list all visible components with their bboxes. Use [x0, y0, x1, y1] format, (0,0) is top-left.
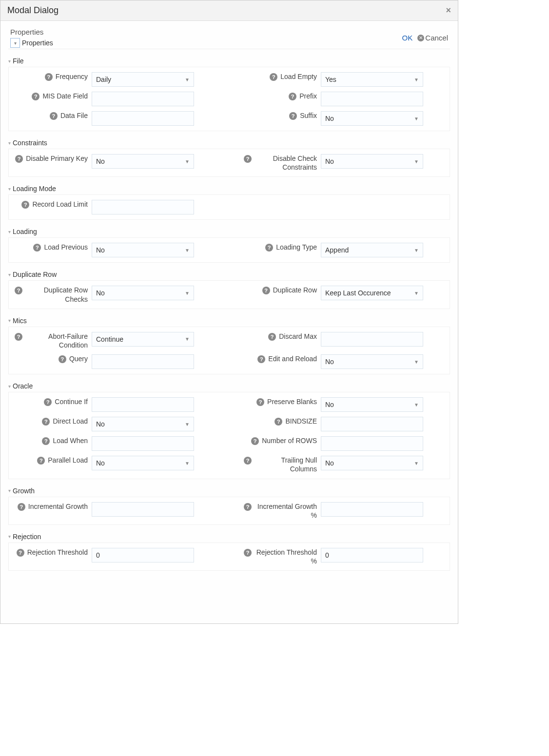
- section-constraints-header[interactable]: ▾ Constraints: [8, 137, 450, 149]
- help-icon[interactable]: ?: [37, 457, 45, 465]
- help-icon[interactable]: ?: [15, 155, 23, 163]
- data-file-input[interactable]: [92, 111, 194, 126]
- help-icon[interactable]: ?: [274, 418, 282, 426]
- help-icon[interactable]: ?: [42, 418, 50, 426]
- suffix-select[interactable]: No▼: [321, 111, 423, 126]
- incremental-growth-label: Incremental Growth: [28, 502, 88, 511]
- query-label: Query: [69, 354, 88, 363]
- help-icon[interactable]: ?: [265, 244, 273, 252]
- prefix-input[interactable]: [321, 92, 423, 106]
- continue-if-input[interactable]: [92, 397, 194, 412]
- help-icon[interactable]: ?: [15, 287, 22, 294]
- dup-row-select[interactable]: Keep Last Occurence▼: [321, 286, 423, 300]
- help-icon[interactable]: ?: [32, 93, 39, 100]
- rejection-threshold-label: Rejection Threshold: [27, 548, 88, 557]
- help-icon[interactable]: ?: [251, 437, 259, 445]
- bindsize-input[interactable]: [321, 417, 423, 431]
- dup-row-label: Duplicate Row: [273, 286, 317, 294]
- section-rejection-header[interactable]: ▾ Rejection: [8, 531, 450, 543]
- load-previous-select[interactable]: No▼: [92, 243, 194, 257]
- modal-dialog: Modal Dialog × Properties ▾ Properties O…: [0, 0, 458, 624]
- direct-load-label: Direct Load: [53, 417, 88, 426]
- chevron-down-icon: ▼: [414, 159, 419, 164]
- help-icon[interactable]: ?: [45, 73, 53, 81]
- help-icon[interactable]: ?: [244, 503, 252, 511]
- parallel-load-select[interactable]: No▼: [92, 456, 194, 470]
- rejection-threshold-input[interactable]: [92, 548, 194, 562]
- trailing-null-select[interactable]: No▼: [321, 456, 423, 470]
- cancel-label: Cancel: [425, 34, 448, 42]
- chevron-down-icon: ▼: [185, 159, 190, 164]
- close-icon[interactable]: ×: [446, 5, 451, 16]
- dialog-body-scroll[interactable]: Properties ▾ Properties OK ✕ Cancel: [0, 21, 458, 623]
- abort-failure-select[interactable]: Continue▼: [92, 332, 194, 347]
- mis-date-field-input[interactable]: [92, 92, 194, 106]
- help-icon[interactable]: ?: [244, 457, 252, 465]
- chevron-down-icon: ▾: [8, 140, 11, 146]
- rejection-threshold-pct-label: Rejection Threshold %: [255, 548, 317, 565]
- help-icon[interactable]: ?: [262, 287, 270, 294]
- chevron-down-icon: ▼: [414, 116, 419, 121]
- help-icon[interactable]: ?: [33, 244, 41, 252]
- dup-checks-select[interactable]: No▼: [92, 286, 194, 300]
- help-icon[interactable]: ?: [59, 355, 66, 363]
- ok-button[interactable]: OK: [402, 34, 413, 42]
- section-oracle-header[interactable]: ▾ Oracle: [8, 380, 450, 392]
- frequency-select[interactable]: Daily▼: [92, 72, 194, 87]
- cancel-button[interactable]: ✕ Cancel: [417, 34, 448, 42]
- section-loading-mode-title: Loading Mode: [13, 185, 56, 193]
- dialog-title: Modal Dialog: [7, 5, 59, 16]
- incremental-growth-pct-input[interactable]: [321, 502, 423, 517]
- num-rows-input[interactable]: [321, 436, 423, 451]
- help-icon[interactable]: ?: [256, 398, 264, 406]
- help-icon[interactable]: ?: [18, 503, 25, 511]
- rejection-threshold-pct-input[interactable]: [321, 548, 423, 562]
- chevron-down-icon: ▼: [414, 291, 419, 296]
- section-loading-header[interactable]: ▾ Loading: [8, 226, 450, 237]
- help-icon[interactable]: ?: [289, 93, 296, 100]
- edit-reload-select[interactable]: No▼: [321, 354, 423, 369]
- help-icon[interactable]: ?: [50, 112, 58, 120]
- help-icon[interactable]: ?: [257, 355, 265, 363]
- discard-max-input[interactable]: [321, 332, 423, 347]
- properties-header: Properties ▾ Properties OK ✕ Cancel: [8, 25, 450, 49]
- help-icon[interactable]: ?: [17, 549, 24, 557]
- mis-date-field-label: MIS Date Field: [42, 92, 88, 100]
- direct-load-select[interactable]: No▼: [92, 417, 194, 431]
- help-icon[interactable]: ?: [244, 155, 252, 163]
- section-rejection-title: Rejection: [13, 533, 41, 541]
- trailing-null-label: Trailing Null Columns: [255, 456, 317, 473]
- collapse-button[interactable]: ▾: [10, 38, 20, 48]
- query-input[interactable]: [92, 354, 194, 369]
- chevron-down-icon: ▼: [414, 461, 419, 466]
- record-load-limit-input[interactable]: [92, 200, 194, 214]
- disable-cc-select[interactable]: No▼: [321, 154, 423, 169]
- section-file: ▾ File ?Frequency Daily▼ ?Load Empty Yes…: [8, 55, 450, 131]
- section-growth-header[interactable]: ▾ Growth: [8, 485, 450, 497]
- help-icon[interactable]: ?: [270, 73, 277, 81]
- section-file-header[interactable]: ▾ File: [8, 55, 450, 67]
- help-icon[interactable]: ?: [244, 549, 252, 557]
- section-duplicate-row-header[interactable]: ▾ Duplicate Row: [8, 269, 450, 280]
- chevron-down-icon: ▼: [414, 248, 419, 253]
- disable-pk-select[interactable]: No▼: [92, 154, 194, 169]
- chevron-down-icon: ▼: [185, 336, 190, 342]
- help-icon[interactable]: ?: [268, 333, 276, 341]
- section-mics-header[interactable]: ▾ Mics: [8, 315, 450, 327]
- section-mics: ▾ Mics ?Abort-Failure Condition Continue…: [8, 315, 450, 374]
- load-empty-select[interactable]: Yes▼: [321, 72, 423, 87]
- chevron-down-icon: ▼: [414, 402, 419, 407]
- help-icon[interactable]: ?: [44, 398, 52, 406]
- section-loading-mode-header[interactable]: ▾ Loading Mode: [8, 183, 450, 194]
- incremental-growth-input[interactable]: [92, 502, 194, 517]
- prefix-label: Prefix: [299, 92, 317, 100]
- section-duplicate-row: ▾ Duplicate Row ?Duplicate Row Checks No…: [8, 269, 450, 309]
- help-icon[interactable]: ?: [42, 437, 50, 445]
- loading-type-select[interactable]: Append▼: [321, 243, 423, 257]
- load-when-input[interactable]: [92, 436, 194, 451]
- preserve-blanks-select[interactable]: No▼: [321, 397, 423, 412]
- section-loading: ▾ Loading ?Load Previous No▼ ?Loading Ty…: [8, 226, 450, 263]
- help-icon[interactable]: ?: [289, 112, 297, 120]
- help-icon[interactable]: ?: [15, 333, 22, 341]
- help-icon[interactable]: ?: [21, 201, 29, 209]
